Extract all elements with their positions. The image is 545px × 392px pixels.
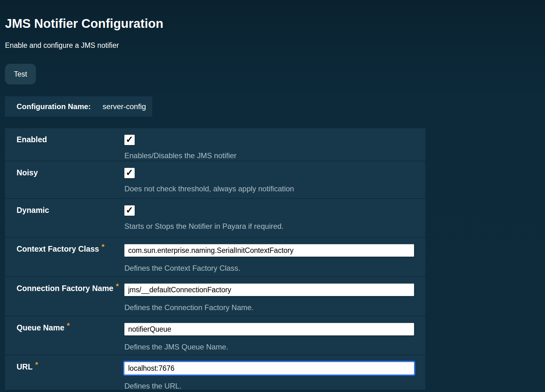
noisy-label: Noisy bbox=[17, 168, 38, 177]
context-factory-class-help-text: Defines the Context Factory Class. bbox=[124, 264, 425, 273]
required-asterisk: * bbox=[35, 360, 38, 369]
form-row-connection-factory-name: Connection Factory Name* Defines the Con… bbox=[5, 277, 425, 316]
noisy-help-text: Does not check threshold, always apply n… bbox=[124, 184, 425, 193]
enabled-label: Enabled bbox=[17, 135, 47, 144]
noisy-checkbox[interactable]: ✓ bbox=[124, 168, 135, 178]
dynamic-label: Dynamic bbox=[17, 206, 49, 214]
queue-name-help-text: Defines the JMS Queue Name. bbox=[124, 342, 425, 351]
context-factory-class-label: Context Factory Class bbox=[17, 244, 99, 253]
url-label: URL bbox=[17, 362, 32, 371]
page-subtitle: Enable and configure a JMS notifier bbox=[5, 41, 545, 50]
page-title: JMS Notifier Configuration bbox=[5, 16, 545, 31]
enabled-checkbox[interactable]: ✓ bbox=[124, 135, 135, 145]
context-factory-class-input[interactable] bbox=[124, 244, 414, 257]
form-row-dynamic: Dynamic ✓ Starts or Stops the Notifier i… bbox=[5, 199, 425, 238]
dynamic-help-text: Starts or Stops the Notifier in Payara i… bbox=[124, 222, 425, 231]
form-row-url: URL* Defines the URL. bbox=[5, 355, 425, 392]
configuration-name-row: Configuration Name: server-config bbox=[5, 96, 152, 117]
checkmark-icon: ✓ bbox=[126, 135, 133, 144]
checkmark-icon: ✓ bbox=[126, 168, 133, 177]
jms-notifier-configuration-page: JMS Notifier Configuration Enable and co… bbox=[0, 16, 545, 392]
connection-factory-name-input[interactable] bbox=[124, 284, 414, 296]
form-row-enabled: Enabled ✓ Enables/Disables the JMS notif… bbox=[5, 128, 425, 161]
panel-bottom-edge bbox=[5, 390, 425, 392]
connection-factory-name-label: Connection Factory Name bbox=[17, 284, 113, 293]
queue-name-label: Queue Name bbox=[17, 323, 64, 332]
required-asterisk: * bbox=[102, 243, 104, 251]
queue-name-input[interactable] bbox=[124, 323, 414, 335]
form-row-queue-name: Queue Name* Defines the JMS Queue Name. bbox=[5, 316, 425, 355]
configuration-name-value: server-config bbox=[102, 102, 146, 111]
enabled-help-text: Enables/Disables the JMS notifier bbox=[124, 151, 425, 160]
configuration-name-label: Configuration Name: bbox=[17, 102, 91, 111]
required-asterisk: * bbox=[67, 321, 70, 330]
url-help-text: Defines the URL. bbox=[124, 381, 425, 390]
notifier-form: Enabled ✓ Enables/Disables the JMS notif… bbox=[5, 128, 425, 392]
dynamic-checkbox[interactable]: ✓ bbox=[124, 205, 135, 216]
connection-factory-name-help-text: Defines the Connection Factory Name. bbox=[124, 303, 425, 312]
required-asterisk: * bbox=[116, 282, 119, 290]
test-button[interactable]: Test bbox=[5, 64, 36, 84]
form-row-noisy: Noisy ✓ Does not check threshold, always… bbox=[5, 161, 425, 199]
checkmark-icon: ✓ bbox=[126, 206, 133, 215]
form-row-context-factory-class: Context Factory Class* Defines the Conte… bbox=[5, 238, 425, 277]
url-input[interactable] bbox=[124, 362, 414, 374]
